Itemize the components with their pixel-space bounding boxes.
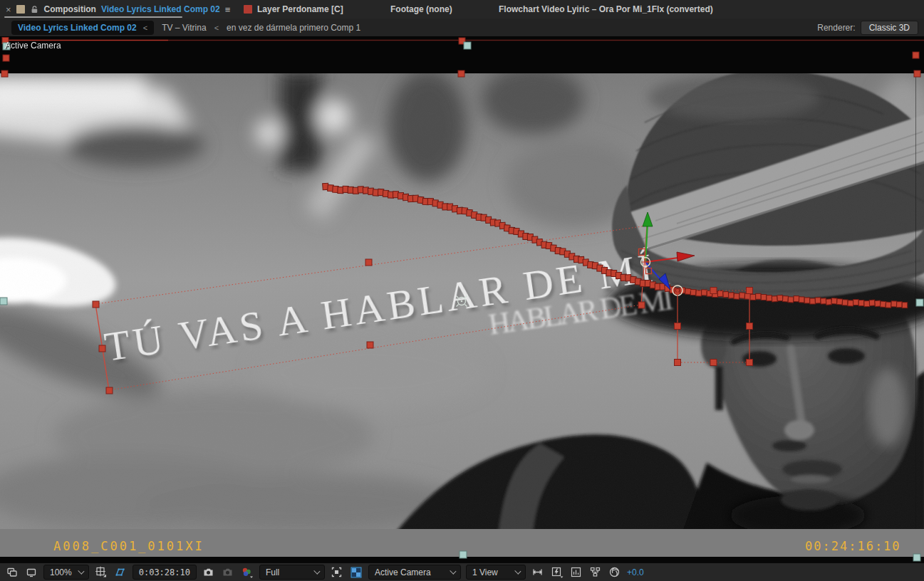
view-label: Active Camera	[5, 41, 61, 51]
zoom-level-value: 100%	[50, 567, 72, 577]
composition-tab-label: Composition	[44, 4, 96, 14]
mask-paths-icon[interactable]	[113, 565, 128, 580]
breadcrumb-parent-comp[interactable]: TV – Vitrina	[162, 23, 206, 33]
chevron-down-icon	[514, 568, 521, 575]
viewer-canvas: TÚ VAS A HABLAR DE MÍ TÚ VAS A HABLAR DE…	[0, 37, 924, 562]
chevron-left-icon: <	[214, 23, 219, 32]
lock-icon[interactable]	[30, 2, 39, 16]
panel-menu-icon[interactable]: ≡	[225, 4, 231, 15]
after-effects-window: × Composition Video Lyrics Linked Comp 0…	[0, 0, 924, 581]
reset-exposure-icon[interactable]	[608, 565, 622, 580]
close-panel-icon[interactable]: ×	[6, 4, 11, 15]
layer-tab-label: Layer Perdoname [C]	[257, 4, 343, 14]
display-icon[interactable]	[24, 565, 38, 580]
chevron-down-icon	[78, 568, 84, 575]
viewer-toolbar: 100% 0:03:28:10	[0, 562, 924, 581]
layer-color-swatch	[244, 5, 252, 14]
breadcrumb-root-comp[interactable]: en vez de dármela primero Comp 1	[227, 23, 360, 33]
fast-previews-icon[interactable]	[550, 565, 564, 580]
active-tab-underline	[4, 16, 182, 18]
comp-color-swatch	[16, 5, 25, 14]
current-time-value: 0:03:28:10	[139, 567, 190, 577]
tab-footage[interactable]: Footage (none)	[390, 0, 452, 19]
timeline-icon[interactable]	[569, 565, 583, 580]
burnin-clip-name: A008_C001_0101XI	[53, 539, 204, 553]
channels-icon[interactable]	[240, 565, 254, 580]
current-time-field[interactable]: 0:03:28:10	[133, 565, 197, 580]
chevron-down-icon	[313, 568, 320, 575]
grid-guides-icon[interactable]	[94, 565, 108, 580]
panel-tab-bar: × Composition Video Lyrics Linked Comp 0…	[0, 0, 924, 19]
renderer-label: Renderer:	[817, 23, 855, 33]
transparency-grid-icon[interactable]	[349, 565, 363, 580]
show-snapshot-icon[interactable]	[221, 565, 235, 580]
exposure-value[interactable]: +0.0	[627, 567, 644, 577]
footage-tab-label: Footage (none)	[390, 4, 452, 14]
anchor-point-icon[interactable]	[457, 296, 467, 307]
composition-viewer: Active Camera	[0, 37, 924, 562]
chevron-left-icon: <	[143, 23, 147, 32]
tab-layer[interactable]: Layer Perdoname [C]	[244, 0, 343, 19]
preview-monitors-icon[interactable]	[5, 565, 19, 580]
resolution-select[interactable]: Full	[259, 565, 325, 580]
zoom-level-select[interactable]: 100%	[43, 565, 89, 580]
composition-tab-name: Video Lyrics Linked Comp 02	[101, 4, 220, 14]
snapshot-icon[interactable]	[202, 565, 216, 580]
chevron-down-icon	[450, 568, 456, 575]
breadcrumb-current-comp[interactable]: Video Lyrics Linked Comp 02 <	[11, 21, 154, 35]
tab-flowchart[interactable]: Flowchart Video Lyiric – Ora Por Mi_1Flx…	[499, 0, 713, 19]
flowchart-tab-label: Flowchart Video Lyiric – Ora Por Mi_1Flx…	[499, 4, 713, 14]
3d-view-value: Active Camera	[375, 567, 431, 577]
comp-navigator-bar: Video Lyrics Linked Comp 02 < TV – Vitri…	[0, 19, 924, 37]
region-of-interest-icon[interactable]	[330, 565, 344, 580]
current-comp-name: Video Lyrics Linked Comp 02	[18, 23, 137, 33]
resolution-value: Full	[266, 567, 279, 577]
burnin-timecode: 00:24:16:10	[805, 539, 901, 553]
pixel-aspect-icon[interactable]	[531, 565, 545, 580]
3d-view-select[interactable]: Active Camera	[368, 565, 461, 580]
renderer-button[interactable]: Classic 3D	[861, 21, 918, 35]
flowchart-icon[interactable]	[588, 565, 603, 580]
view-layout-value: 1 View	[472, 567, 498, 577]
view-layout-select[interactable]: 1 View	[466, 565, 526, 580]
